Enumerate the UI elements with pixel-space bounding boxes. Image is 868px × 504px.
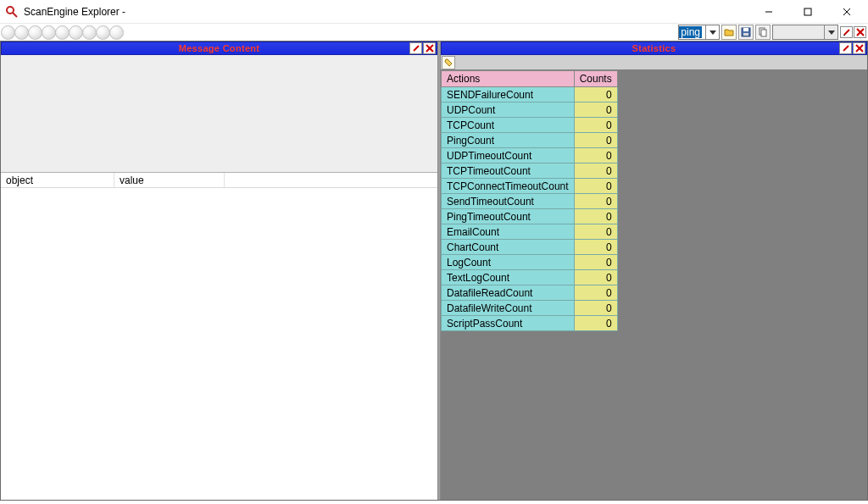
- column-value[interactable]: value: [114, 173, 225, 187]
- statistics-panel: Statistics Actions Counts SENDFailureCou…: [441, 42, 867, 500]
- stat-count: 0: [574, 87, 617, 102]
- svg-rect-8: [743, 33, 748, 36]
- table-row[interactable]: TextLogCount0: [442, 270, 618, 285]
- table-row[interactable]: TCPCount0: [442, 118, 618, 133]
- toolbar-close-button[interactable]: [854, 26, 866, 38]
- message-content-title: Message Content: [2, 43, 437, 53]
- stat-count: 0: [574, 240, 617, 255]
- open-button[interactable]: [721, 25, 737, 40]
- svg-rect-3: [804, 8, 811, 15]
- svg-rect-12: [843, 35, 845, 36]
- table-row[interactable]: UDPTimeoutCount0: [442, 148, 618, 163]
- svg-line-11: [844, 30, 849, 35]
- stat-action: SendTimeoutCount: [442, 194, 575, 209]
- table-row[interactable]: TCPTimeoutCount0: [442, 163, 618, 179]
- toolbar-circle-button[interactable]: [109, 25, 124, 40]
- copy-button[interactable]: [755, 25, 771, 40]
- stat-count: 0: [574, 255, 617, 270]
- message-content-header: Message Content: [1, 42, 437, 55]
- toolbar-circle-button[interactable]: [1, 25, 15, 40]
- stat-action: EmailCount: [442, 224, 575, 240]
- stat-count: 0: [574, 163, 617, 179]
- column-object[interactable]: object: [1, 173, 114, 187]
- statistics-table: Actions Counts SENDFailureCount0UDPCount…: [441, 70, 618, 331]
- stat-action: UDPCount: [442, 102, 575, 118]
- svg-line-18: [843, 46, 849, 51]
- table-row[interactable]: SendTimeoutCount0: [442, 194, 618, 209]
- table-row[interactable]: SENDFailureCount0: [442, 87, 618, 102]
- table-row[interactable]: TCPConnectTimeoutCount0: [442, 179, 618, 194]
- stat-count: 0: [574, 118, 617, 133]
- stat-count: 0: [574, 316, 617, 331]
- table-row[interactable]: PingCount0: [442, 133, 618, 148]
- table-row[interactable]: DatafileReadCount0: [442, 285, 618, 301]
- message-content-area[interactable]: [1, 55, 437, 173]
- stat-count: 0: [574, 270, 617, 285]
- message-content-panel: Message Content object value: [1, 42, 437, 500]
- stat-action: TextLogCount: [442, 270, 575, 285]
- statistics-toolbar: [441, 55, 867, 70]
- maximize-button[interactable]: [788, 1, 827, 23]
- stat-count: 0: [574, 194, 617, 209]
- stat-count: 0: [574, 102, 617, 118]
- clear-stats-button[interactable]: [442, 56, 455, 69]
- chevron-down-icon[interactable]: [824, 25, 837, 39]
- toolbar-dots: [2, 25, 124, 40]
- secondary-combo[interactable]: [772, 25, 838, 40]
- panel-edit-button[interactable]: [839, 42, 852, 54]
- column-counts[interactable]: Counts: [574, 71, 617, 87]
- svg-line-15: [414, 46, 419, 51]
- toolbar-circle-button[interactable]: [69, 25, 83, 40]
- stat-action: DatafileReadCount: [442, 285, 575, 301]
- save-button[interactable]: [738, 25, 754, 40]
- object-value-header: object value: [1, 173, 437, 188]
- panel-close-button[interactable]: [853, 42, 865, 54]
- window-title: ScanEngine Explorer -: [24, 6, 749, 18]
- profile-combo-value: ping: [679, 26, 702, 38]
- toolbar: ping: [0, 24, 868, 41]
- stat-action: UDPTimeoutCount: [442, 148, 575, 163]
- table-row[interactable]: PingTimeoutCount0: [442, 209, 618, 224]
- stat-count: 0: [574, 179, 617, 194]
- stat-action: DatafileWriteCount: [442, 301, 575, 316]
- panel-close-button[interactable]: [423, 42, 436, 54]
- toolbar-circle-button[interactable]: [14, 25, 29, 40]
- chevron-down-icon[interactable]: [705, 25, 719, 39]
- panel-edit-button[interactable]: [409, 42, 422, 54]
- table-row[interactable]: DatafileWriteCount0: [442, 301, 618, 316]
- table-row[interactable]: ScriptPassCount0: [442, 316, 618, 331]
- stat-count: 0: [574, 148, 617, 163]
- stat-action: ScriptPassCount: [442, 316, 575, 331]
- object-value-grid[interactable]: [1, 188, 437, 500]
- toolbar-circle-button[interactable]: [82, 25, 97, 40]
- toolbar-edit-button[interactable]: [840, 26, 853, 38]
- table-row[interactable]: ChartCount0: [442, 240, 618, 255]
- stat-action: ChartCount: [442, 240, 575, 255]
- stat-action: PingTimeoutCount: [442, 209, 575, 224]
- table-row[interactable]: UDPCount0: [442, 102, 618, 118]
- toolbar-circle-button[interactable]: [96, 25, 110, 40]
- secondary-combo-input[interactable]: [773, 25, 824, 39]
- statistics-header: Statistics: [441, 42, 867, 55]
- stat-count: 0: [574, 301, 617, 316]
- stat-action: LogCount: [442, 255, 575, 270]
- stat-action: PingCount: [442, 133, 575, 148]
- close-button[interactable]: [827, 1, 866, 23]
- table-row[interactable]: EmailCount0: [442, 224, 618, 240]
- stat-action: TCPCount: [442, 118, 575, 133]
- titlebar: ScanEngine Explorer -: [0, 0, 868, 24]
- table-row[interactable]: LogCount0: [442, 255, 618, 270]
- toolbar-circle-button[interactable]: [42, 25, 56, 40]
- stat-action: TCPTimeoutCount: [442, 163, 575, 179]
- stat-count: 0: [574, 133, 617, 148]
- app-icon: [5, 5, 19, 19]
- column-actions[interactable]: Actions: [442, 71, 575, 87]
- stat-action: TCPConnectTimeoutCount: [442, 179, 575, 194]
- toolbar-circle-button[interactable]: [28, 25, 42, 40]
- stat-count: 0: [574, 209, 617, 224]
- svg-point-0: [7, 7, 14, 14]
- statistics-title: Statistics: [442, 43, 866, 53]
- profile-combo[interactable]: ping: [678, 25, 720, 40]
- minimize-button[interactable]: [749, 1, 788, 23]
- toolbar-circle-button[interactable]: [55, 25, 70, 40]
